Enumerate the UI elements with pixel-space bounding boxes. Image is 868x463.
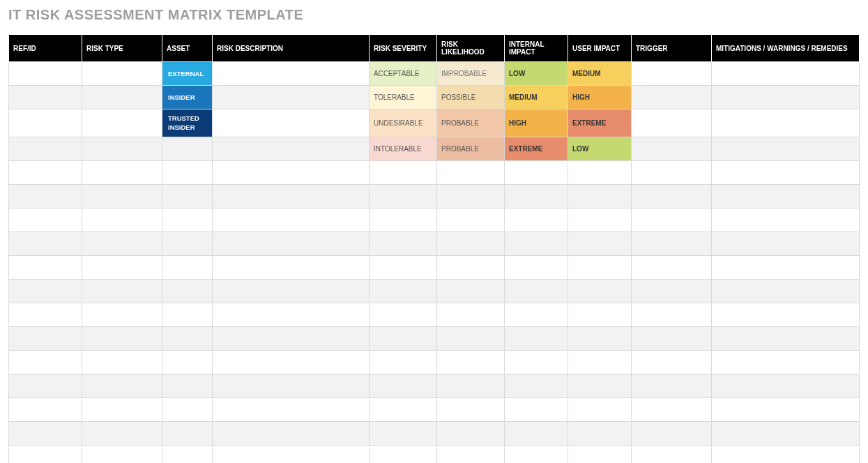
cell-internal[interactable] — [505, 327, 568, 351]
cell-internal[interactable]: HIGH — [505, 109, 568, 137]
cell-trigger[interactable] — [632, 256, 712, 280]
cell-user[interactable]: EXTREME — [568, 109, 632, 137]
cell-user[interactable] — [568, 351, 632, 374]
cell-refid[interactable] — [9, 185, 82, 208]
cell-user[interactable] — [568, 232, 632, 256]
cell-internal[interactable] — [505, 303, 568, 327]
cell-desc[interactable] — [213, 109, 370, 137]
cell-trigger[interactable] — [632, 185, 712, 208]
cell-risktype[interactable] — [82, 137, 162, 161]
cell-internal[interactable] — [505, 446, 568, 464]
cell-mitig[interactable] — [712, 374, 860, 398]
cell-desc[interactable] — [213, 256, 370, 280]
cell-mitig[interactable] — [712, 109, 860, 137]
cell-trigger[interactable] — [632, 422, 712, 446]
cell-user[interactable] — [568, 161, 632, 185]
cell-severity[interactable]: INTOLERABLE — [370, 137, 437, 161]
cell-likelihood[interactable]: PROBABLE — [437, 109, 505, 137]
cell-severity[interactable] — [370, 280, 437, 303]
cell-mitig[interactable] — [712, 280, 860, 303]
cell-user[interactable]: MEDIUM — [568, 62, 632, 86]
cell-asset[interactable] — [162, 374, 213, 398]
cell-refid[interactable] — [9, 398, 82, 422]
cell-likelihood[interactable] — [437, 185, 505, 208]
cell-internal[interactable] — [505, 256, 568, 280]
cell-desc[interactable] — [213, 374, 370, 398]
cell-likelihood[interactable]: POSSIBLE — [437, 86, 505, 109]
cell-desc[interactable] — [213, 86, 370, 109]
cell-internal[interactable] — [505, 351, 568, 374]
cell-mitig[interactable] — [712, 398, 860, 422]
cell-risktype[interactable] — [82, 351, 162, 374]
cell-severity[interactable]: ACCEPTABLE — [370, 62, 437, 86]
cell-severity[interactable] — [370, 327, 437, 351]
cell-mitig[interactable] — [712, 303, 860, 327]
cell-desc[interactable] — [213, 398, 370, 422]
cell-asset[interactable] — [162, 256, 213, 280]
cell-risktype[interactable] — [82, 327, 162, 351]
cell-desc[interactable] — [213, 351, 370, 374]
cell-asset[interactable] — [162, 351, 213, 374]
cell-severity[interactable] — [370, 161, 437, 185]
cell-asset[interactable] — [162, 208, 213, 232]
cell-likelihood[interactable] — [437, 351, 505, 374]
cell-trigger[interactable] — [632, 398, 712, 422]
cell-user[interactable] — [568, 303, 632, 327]
cell-desc[interactable] — [213, 62, 370, 86]
cell-asset[interactable] — [162, 327, 213, 351]
cell-severity[interactable] — [370, 185, 437, 208]
cell-severity[interactable]: UNDESIRABLE — [370, 109, 437, 137]
cell-refid[interactable] — [9, 137, 82, 161]
cell-trigger[interactable] — [632, 208, 712, 232]
cell-asset[interactable] — [162, 303, 213, 327]
cell-mitig[interactable] — [712, 86, 860, 109]
cell-trigger[interactable] — [632, 327, 712, 351]
cell-mitig[interactable] — [712, 351, 860, 374]
cell-likelihood[interactable]: PROBABLE — [437, 137, 505, 161]
cell-desc[interactable] — [213, 185, 370, 208]
cell-refid[interactable] — [9, 109, 82, 137]
cell-mitig[interactable] — [712, 208, 860, 232]
cell-severity[interactable] — [370, 374, 437, 398]
cell-trigger[interactable] — [632, 374, 712, 398]
cell-trigger[interactable] — [632, 351, 712, 374]
cell-trigger[interactable] — [632, 232, 712, 256]
cell-risktype[interactable] — [82, 374, 162, 398]
cell-risktype[interactable] — [82, 232, 162, 256]
cell-user[interactable] — [568, 256, 632, 280]
cell-severity[interactable] — [370, 232, 437, 256]
cell-mitig[interactable] — [712, 327, 860, 351]
cell-trigger[interactable] — [632, 280, 712, 303]
cell-asset[interactable] — [162, 280, 213, 303]
cell-asset[interactable] — [162, 185, 213, 208]
cell-mitig[interactable] — [712, 185, 860, 208]
cell-internal[interactable]: MEDIUM — [505, 86, 568, 109]
cell-mitig[interactable] — [712, 62, 860, 86]
cell-asset[interactable] — [162, 398, 213, 422]
cell-severity[interactable] — [370, 351, 437, 374]
cell-asset[interactable]: EXTERNAL — [162, 62, 213, 86]
cell-mitig[interactable] — [712, 422, 860, 446]
cell-likelihood[interactable] — [437, 161, 505, 185]
cell-asset[interactable] — [162, 232, 213, 256]
cell-severity[interactable] — [370, 398, 437, 422]
cell-mitig[interactable] — [712, 137, 860, 161]
cell-user[interactable] — [568, 398, 632, 422]
cell-refid[interactable] — [9, 422, 82, 446]
cell-internal[interactable] — [505, 422, 568, 446]
cell-internal[interactable] — [505, 232, 568, 256]
cell-desc[interactable] — [213, 303, 370, 327]
cell-internal[interactable]: LOW — [505, 62, 568, 86]
cell-risktype[interactable] — [82, 62, 162, 86]
cell-likelihood[interactable] — [437, 422, 505, 446]
cell-user[interactable] — [568, 185, 632, 208]
cell-refid[interactable] — [9, 280, 82, 303]
cell-user[interactable] — [568, 422, 632, 446]
cell-risktype[interactable] — [82, 303, 162, 327]
cell-mitig[interactable] — [712, 161, 860, 185]
cell-risktype[interactable] — [82, 256, 162, 280]
cell-likelihood[interactable] — [437, 303, 505, 327]
cell-internal[interactable] — [505, 161, 568, 185]
cell-likelihood[interactable] — [437, 208, 505, 232]
cell-asset[interactable] — [162, 422, 213, 446]
